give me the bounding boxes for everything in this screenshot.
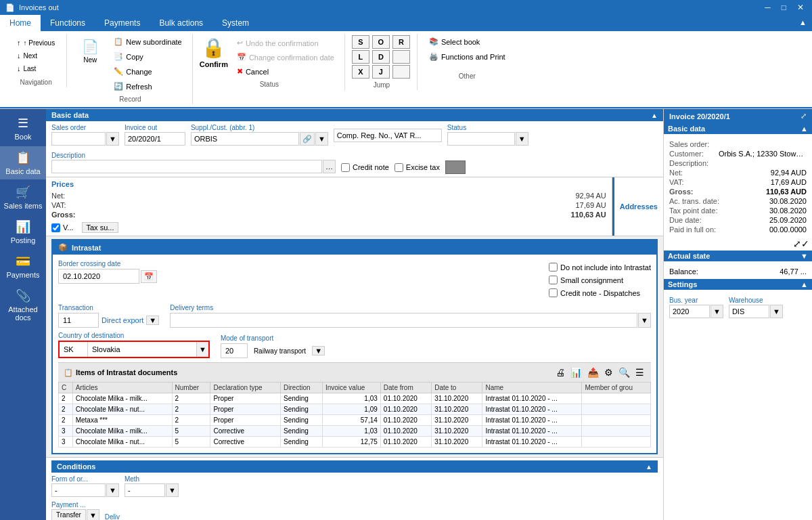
right-panel-expand-button[interactable]: ⤢	[800, 112, 807, 121]
table-row[interactable]: 2 Metaxa *** 2 Proper Sending 57,14 01.1…	[59, 415, 651, 426]
payment-dropdown[interactable]: ▼	[87, 509, 99, 520]
warehouse-input[interactable]	[729, 305, 769, 318]
sidebar-item-sales-items[interactable]: 🛒 Sales items	[0, 181, 46, 214]
tab-home[interactable]: Home	[0, 15, 41, 31]
new-sub-icon: 📋	[114, 37, 123, 46]
right-expand-icon[interactable]: ⤢	[793, 238, 801, 249]
settings-chevron: ▲	[800, 280, 808, 288]
jump-r-button[interactable]: R	[392, 35, 410, 49]
maximize-button[interactable]: □	[779, 3, 789, 12]
table-row[interactable]: 3 Chocolate Milka - milk... 5 Corrective…	[59, 426, 651, 437]
calendar-button[interactable]: 📅	[141, 270, 157, 283]
basic-data-header[interactable]: Basic data ▲	[46, 109, 663, 121]
table-row[interactable]: 2 Chocolate Milka - nut... 2 Proper Send…	[59, 404, 651, 415]
suppl-cust-icon1[interactable]: 🔗	[300, 132, 315, 146]
country-code-input[interactable]	[60, 342, 87, 357]
chart-action-button[interactable]: 📊	[569, 366, 583, 379]
jump-d-button[interactable]: D	[372, 50, 390, 64]
description-input[interactable]	[51, 160, 322, 173]
new-button[interactable]: 📄 New	[74, 35, 106, 67]
attached-docs-sidebar-icon: 📎	[16, 288, 30, 303]
form-of-input[interactable]	[51, 483, 106, 497]
delivery-terms-input[interactable]	[170, 313, 637, 328]
cancel-button[interactable]: ✖ Cancel	[232, 65, 339, 78]
menu-action-button[interactable]: ☰	[634, 366, 646, 379]
conditions-header[interactable]: Conditions ▲	[51, 460, 658, 473]
sidebar-item-attached-docs[interactable]: 📎 Attached docs	[0, 284, 46, 326]
jump-o-button[interactable]: O	[372, 35, 390, 49]
small-consignment-checkbox[interactable]	[549, 276, 558, 284]
country-name-input[interactable]	[87, 342, 196, 357]
functions-print-button[interactable]: 🖨️ Functions and Print	[424, 50, 510, 63]
jump-j-button[interactable]: J	[372, 65, 390, 79]
refresh-button[interactable]: 🔄 Refresh	[109, 80, 187, 93]
form-of-dropdown[interactable]: ▼	[106, 483, 119, 497]
status-input[interactable]	[447, 132, 515, 146]
suppl-cust-dropdown[interactable]: ▼	[315, 132, 328, 146]
invoice-out-input[interactable]	[125, 132, 185, 146]
description-edit-btn[interactable]: …	[323, 160, 336, 173]
export-action-button[interactable]: 📤	[586, 366, 600, 379]
tab-system[interactable]: System	[212, 15, 258, 31]
sidebar-item-basic-data[interactable]: 📋 Basic data	[0, 146, 46, 179]
right-ok-icon[interactable]: ✓	[801, 238, 809, 249]
sales-order-input[interactable]	[51, 132, 106, 146]
bus-year-dropdown[interactable]: ▼	[710, 305, 723, 318]
filter-action-button[interactable]: ⚙	[603, 366, 614, 379]
delivery-terms-dropdown[interactable]: ▼	[638, 313, 651, 328]
undo-confirmation-button[interactable]: ↩ Undo the confirmation	[232, 37, 339, 49]
vat-checkbox[interactable]	[51, 223, 60, 232]
meth-input[interactable]	[125, 483, 165, 497]
minimize-button[interactable]: ─	[762, 3, 773, 12]
right-basic-data-header[interactable]: Basic data ▲	[664, 123, 812, 134]
transaction-input[interactable]	[58, 313, 99, 328]
status-dropdown[interactable]: ▼	[516, 132, 528, 146]
tab-payments[interactable]: Payments	[95, 15, 150, 31]
table-row[interactable]: 2 Chocolate Milka - milk... 2 Proper Sen…	[59, 393, 651, 404]
change-confirmation-date-button[interactable]: 📅 Change confirmation date	[232, 51, 339, 64]
settings-header[interactable]: Settings ▲	[664, 279, 812, 290]
cell-c: 2	[59, 415, 73, 426]
border-crossing-input[interactable]	[58, 269, 139, 284]
tab-bulk-actions[interactable]: Bulk actions	[150, 15, 212, 31]
close-button[interactable]: ✕	[794, 3, 807, 12]
credit-note-dispatches-checkbox[interactable]	[549, 288, 558, 297]
credit-note-checkbox[interactable]	[341, 163, 350, 172]
ribbon-expand-icon[interactable]: ▲	[794, 15, 812, 31]
jump-x-button[interactable]: X	[352, 65, 369, 79]
search-action-button[interactable]: 🔍	[617, 366, 631, 379]
do-not-include-checkbox[interactable]	[549, 263, 558, 272]
comp-reg-input[interactable]	[334, 129, 442, 142]
next-button[interactable]: ↓ Next	[12, 49, 60, 62]
country-dropdown[interactable]: ▼	[196, 342, 208, 357]
mode-transport-code-input[interactable]	[221, 343, 248, 358]
transaction-dropdown[interactable]: ▼	[146, 316, 159, 325]
excise-tax-checkbox[interactable]	[394, 163, 403, 172]
jump-l-button[interactable]: L	[352, 50, 369, 64]
sidebar-item-payments[interactable]: 💳 Payments	[0, 250, 46, 283]
bus-year-input[interactable]	[669, 305, 710, 318]
meth-dropdown[interactable]: ▼	[166, 483, 179, 497]
sales-order-dropdown[interactable]: ▼	[106, 132, 119, 146]
previous-button[interactable]: ↑ ↑ Previous	[12, 37, 60, 49]
right-gross-label: Gross:	[669, 188, 693, 196]
tab-functions[interactable]: Functions	[41, 15, 95, 31]
sidebar-item-posting[interactable]: 📊 Posting	[0, 215, 46, 248]
mode-transport-dropdown[interactable]: ▼	[312, 346, 325, 355]
change-button[interactable]: ✏️ Change	[109, 65, 187, 78]
sidebar-item-book[interactable]: ☰ Book	[0, 112, 46, 145]
table-row[interactable]: 3 Chocolate Milka - nut... 5 Corrective …	[59, 437, 651, 448]
actual-state-header[interactable]: Actual state ▼	[664, 251, 812, 261]
print-action-button[interactable]: 🖨	[554, 366, 566, 379]
select-book-button[interactable]: 📚 Select book	[424, 35, 510, 48]
mode-transport-name: Railway transport	[248, 347, 311, 355]
sales-order-input-group: ▼	[51, 132, 119, 146]
last-button[interactable]: ↓ Last	[12, 62, 60, 74]
copy-button[interactable]: 📑 Copy	[109, 50, 187, 63]
actual-state-row: Balance: 46,77 ...	[669, 267, 807, 276]
warehouse-dropdown[interactable]: ▼	[770, 305, 783, 318]
jump-s-button[interactable]: S	[352, 35, 369, 49]
suppl-cust-input[interactable]	[191, 132, 299, 146]
tax-sub-button[interactable]: Tax su...	[82, 222, 119, 233]
new-subordinate-button[interactable]: 📋 New subordinate	[109, 35, 187, 48]
